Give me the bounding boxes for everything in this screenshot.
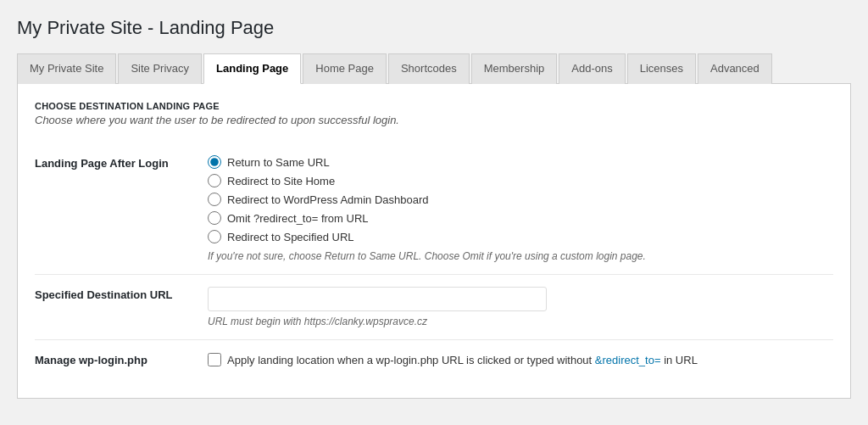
radio-label-redirect-specified-url[interactable]: Redirect to Specified URL — [227, 231, 354, 243]
checkbox-item-manage-wp-login: Apply landing location when a wp-login.p… — [208, 352, 833, 369]
radio-label-redirect-wp-admin[interactable]: Redirect to WordPress Admin Dashboard — [227, 193, 428, 206]
radio-item-return-same-url: Return to Same URL — [208, 155, 833, 169]
page-title: My Private Site - Landing Page — [17, 17, 851, 39]
tabs-bar: My Private SiteSite PrivacyLanding PageH… — [17, 53, 851, 84]
tab-site-privacy[interactable]: Site Privacy — [118, 53, 202, 84]
radio-label-omit-redirect-to[interactable]: Omit ?redirect_to= from URL — [227, 212, 369, 225]
radio-omit-redirect-to[interactable] — [208, 211, 221, 225]
tab-add-ons[interactable]: Add-ons — [559, 53, 625, 84]
tab-advanced[interactable]: Advanced — [698, 53, 772, 84]
radio-redirect-site-home[interactable] — [208, 174, 221, 187]
tab-shortcodes[interactable]: Shortcodes — [388, 53, 470, 84]
landing-page-after-login-label: Landing Page After Login — [35, 143, 204, 275]
checkbox-manage-wp-login[interactable] — [208, 353, 221, 366]
radio-return-same-url[interactable] — [208, 155, 221, 169]
radio-label-return-same-url[interactable]: Return to Same URL — [227, 156, 330, 169]
page-wrapper: My Private Site - Landing Page My Privat… — [0, 0, 868, 425]
tab-licenses[interactable]: Licenses — [627, 53, 696, 84]
radio-redirect-specified-url[interactable] — [208, 230, 221, 243]
redirect-wp-admin-link: Redirect to WordPress Admin Dashboard — [227, 193, 428, 206]
radio-hint: If you're not sure, choose Return to Sam… — [208, 250, 833, 262]
tab-my-private-site[interactable]: My Private Site — [17, 53, 116, 84]
content-area: CHOOSE DESTINATION LANDING PAGE Choose w… — [17, 84, 851, 399]
radio-redirect-wp-admin[interactable] — [208, 193, 221, 206]
specified-destination-url-label: Specified Destination URL — [35, 275, 204, 340]
redirect-to-link: &redirect_to= — [595, 354, 661, 366]
tab-membership[interactable]: Membership — [471, 53, 558, 84]
checkbox-label-manage-wp-login[interactable]: Apply landing location when a wp-login.p… — [227, 352, 698, 369]
section-heading: CHOOSE DESTINATION LANDING PAGE — [35, 101, 833, 111]
radio-group-landing-page: Return to Same URL Redirect to Site Home… — [208, 155, 833, 243]
radio-label-redirect-site-home[interactable]: Redirect to Site Home — [227, 175, 335, 187]
row-landing-page-after-login: Landing Page After Login Return to Same … — [35, 143, 833, 275]
specified-destination-url-field: URL must begin with https://clanky.wpspr… — [204, 275, 833, 340]
radio-item-omit-redirect-to: Omit ?redirect_to= from URL — [208, 211, 833, 225]
radio-item-redirect-wp-admin: Redirect to WordPress Admin Dashboard — [208, 193, 833, 206]
manage-wp-login-label: Manage wp-login.php — [35, 340, 204, 381]
row-specified-destination-url: Specified Destination URL URL must begin… — [35, 275, 833, 340]
form-table: Landing Page After Login Return to Same … — [35, 143, 833, 381]
tab-landing-page[interactable]: Landing Page — [203, 53, 301, 84]
specified-destination-url-hint: URL must begin with https://clanky.wpspr… — [208, 316, 833, 327]
radio-item-redirect-specified-url: Redirect to Specified URL — [208, 230, 833, 243]
row-manage-wp-login: Manage wp-login.php Apply landing locati… — [35, 340, 833, 381]
tab-home-page[interactable]: Home Page — [303, 53, 387, 84]
section-subheading: Choose where you want the user to be red… — [35, 114, 833, 126]
specified-destination-url-input[interactable] — [208, 287, 547, 311]
manage-wp-login-field: Apply landing location when a wp-login.p… — [204, 340, 833, 381]
radio-item-redirect-site-home: Redirect to Site Home — [208, 174, 833, 187]
landing-page-after-login-field: Return to Same URL Redirect to Site Home… — [204, 143, 833, 275]
